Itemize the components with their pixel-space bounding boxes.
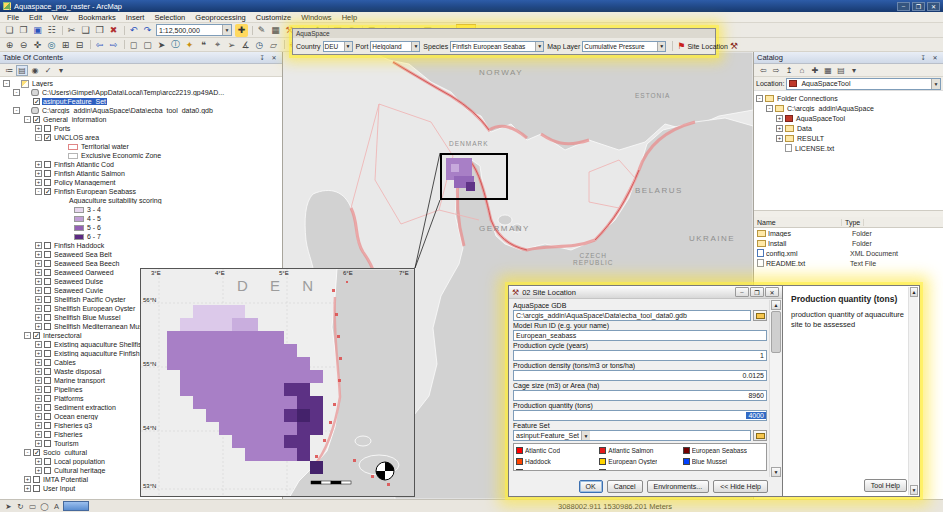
catalog-tree-item[interactable]: - C:\arcgis_addin\AquaSpace — [754, 103, 943, 113]
open-icon[interactable]: ❐ — [17, 24, 30, 37]
redo-icon[interactable]: ↷ — [141, 24, 154, 37]
list-by-source-icon[interactable]: ▤ — [16, 65, 28, 76]
expander-icon[interactable]: + — [35, 395, 42, 402]
add-data-icon[interactable]: ✚ — [235, 24, 248, 37]
toc-options-icon[interactable]: ▾ — [55, 65, 67, 76]
location-combo[interactable]: AquaSpaceTool ▼ — [786, 78, 941, 90]
table-options-icon[interactable]: ▦ — [269, 24, 282, 37]
layer-checkbox[interactable] — [44, 134, 51, 141]
menu-insert[interactable]: Insert — [121, 13, 150, 22]
expander-icon[interactable]: + — [776, 115, 783, 122]
combo-box[interactable]: Helgoland ▼ — [370, 41, 420, 52]
html-popup-icon[interactable]: ❝ — [197, 38, 210, 51]
catalog-item[interactable]: README.txt Text File — [754, 258, 943, 268]
close-icon[interactable]: ✕ — [930, 53, 940, 62]
scale-combo[interactable]: 1:12,500,000 ▼ — [156, 24, 232, 36]
chevron-down-icon[interactable]: ▼ — [222, 25, 231, 35]
draw-rotate-icon[interactable]: ↻ — [15, 501, 26, 511]
menu-view[interactable]: View — [47, 13, 73, 22]
fixed-zoom-out-icon[interactable]: ⊟ — [73, 38, 86, 51]
expander-icon[interactable]: + — [35, 458, 42, 465]
layer-checkbox[interactable] — [44, 467, 51, 474]
expander-icon[interactable]: - — [13, 107, 20, 114]
layer-checkbox[interactable] — [44, 305, 51, 312]
layer-checkbox[interactable] — [44, 404, 51, 411]
toc-row[interactable]: Territorial water — [0, 142, 282, 151]
toc-row[interactable]: - General_information — [0, 115, 282, 124]
select-features-icon[interactable]: ◻ — [127, 38, 140, 51]
expander-icon[interactable]: - — [3, 80, 10, 87]
menu-customize[interactable]: Customize — [251, 13, 296, 22]
hyperlink-icon[interactable]: ✦ — [183, 38, 196, 51]
toc-row[interactable]: Exclusive Economic Zone — [0, 151, 282, 160]
connect-folder-icon[interactable]: ✚ — [809, 65, 821, 76]
menu-geoprocessing[interactable]: Geoprocessing — [190, 13, 250, 22]
time-slider-icon[interactable]: ◷ — [253, 38, 266, 51]
column-name[interactable]: Name — [754, 219, 842, 226]
expander-icon[interactable]: - — [24, 449, 31, 456]
maximize-icon[interactable]: ❐ — [750, 287, 764, 297]
toc-row[interactable]: 3 - 4 — [0, 205, 282, 214]
expander-icon[interactable]: + — [35, 350, 42, 357]
toc-row[interactable]: + Ports — [0, 124, 282, 133]
expander-icon[interactable]: - — [24, 332, 31, 339]
expander-icon[interactable]: + — [35, 431, 42, 438]
back-extent-icon[interactable]: ⇦ — [93, 38, 106, 51]
site-location-tool-icon[interactable]: ⚒ — [730, 40, 738, 52]
field-input[interactable]: 4000 ▼ — [513, 410, 767, 421]
hide-help-button[interactable]: << Hide Help — [713, 480, 768, 493]
pan-icon[interactable]: ✜ — [31, 38, 44, 51]
draw-text-icon[interactable]: A — [51, 501, 62, 511]
expander-icon[interactable]: + — [35, 260, 42, 267]
print-icon[interactable]: ☷ — [45, 24, 58, 37]
maximize-icon[interactable]: ❐ — [912, 2, 925, 11]
expander-icon[interactable]: + — [35, 278, 42, 285]
measure-icon[interactable]: ∡ — [239, 38, 252, 51]
close-icon[interactable]: ✕ — [269, 53, 279, 62]
layer-checkbox[interactable] — [33, 116, 40, 123]
expander-icon[interactable]: + — [35, 368, 42, 375]
scroll-up-icon[interactable]: ▲ — [771, 300, 781, 310]
scrollbar-thumb[interactable] — [771, 311, 781, 353]
draw-circle-icon[interactable]: ◯ — [39, 501, 50, 511]
editor-toolbar-icon[interactable]: ✎ — [255, 24, 268, 37]
expander-icon[interactable]: + — [35, 287, 42, 294]
full-extent-icon[interactable]: ◎ — [45, 38, 58, 51]
field-input[interactable]: 0.0125 ▼ — [513, 370, 767, 381]
expander-icon[interactable]: + — [35, 242, 42, 249]
tool-help-button[interactable]: Tool Help — [864, 479, 907, 492]
menu-help[interactable]: Help — [337, 13, 362, 22]
chevron-down-icon[interactable]: ▼ — [411, 42, 419, 51]
layer-checkbox[interactable] — [44, 161, 51, 168]
site-location-button[interactable]: ⚑ Site Location — [672, 41, 728, 51]
layer-checkbox[interactable] — [44, 314, 51, 321]
save-icon[interactable]: ▣ — [31, 24, 44, 37]
layer-checkbox[interactable] — [44, 422, 51, 429]
chevron-down-icon[interactable]: ▼ — [931, 79, 940, 89]
expander-icon[interactable]: + — [35, 323, 42, 330]
list-by-drawing-order-icon[interactable]: ≔ — [3, 65, 15, 76]
layer-checkbox[interactable] — [33, 485, 40, 492]
list-by-visibility-icon[interactable]: ◉ — [29, 65, 41, 76]
expander-icon[interactable]: - — [35, 188, 42, 195]
expander-icon[interactable]: + — [35, 359, 42, 366]
layer-checkbox[interactable] — [44, 386, 51, 393]
field-input[interactable]: asinput:Feature_Set ▼ — [513, 430, 751, 441]
layer-checkbox[interactable] — [44, 323, 51, 330]
menu-file[interactable]: File — [2, 13, 24, 22]
expander-icon[interactable]: + — [24, 485, 31, 492]
combo-box[interactable]: Finfish European Seabas ▼ — [450, 41, 544, 52]
layer-checkbox[interactable] — [44, 458, 51, 465]
expander-icon[interactable]: + — [35, 341, 42, 348]
close-icon[interactable]: ✕ — [927, 2, 940, 11]
forward-icon[interactable]: ⇨ — [770, 65, 782, 76]
layer-checkbox[interactable] — [44, 287, 51, 294]
catalog-options-icon[interactable]: ▾ — [848, 65, 860, 76]
layer-checkbox[interactable] — [44, 278, 51, 285]
expander-icon[interactable]: - — [35, 134, 42, 141]
toc-row[interactable]: + Seaweed Sea Beech — [0, 259, 282, 268]
field-input[interactable]: C:\arcgis_addin\AquaSpace\Data\ecba_tool… — [513, 310, 751, 321]
list-by-selection-icon[interactable]: ✓ — [42, 65, 54, 76]
layer-checkbox[interactable] — [44, 413, 51, 420]
expander-icon[interactable]: + — [776, 135, 783, 142]
